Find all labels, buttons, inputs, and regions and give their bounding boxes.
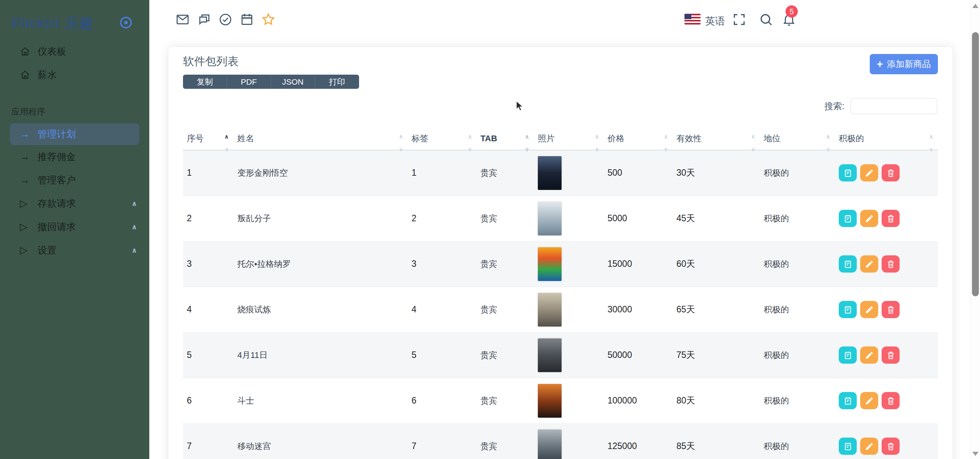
sort-desc-icon[interactable]: ∨ [929,146,933,153]
calendar-row-button[interactable] [839,210,857,227]
sort-asc-icon[interactable]: ∧ [399,133,403,140]
sidebar-item-5[interactable]: →管理客户 [0,168,149,192]
arrow-icon: → [20,128,38,140]
sort-desc-icon[interactable]: ∨ [225,146,229,153]
delete-icon [886,168,895,178]
edit-row-button[interactable] [860,346,878,364]
page-scrollbar[interactable] [970,0,980,459]
delete-row-button[interactable] [882,164,900,181]
movie-poster-image [538,430,562,459]
edit-row-button[interactable] [860,164,878,181]
edit-icon [865,214,874,223]
column-header-4[interactable]: TAB∧∨ [477,130,534,150]
sidebar-item-2[interactable]: 薪水 [0,63,149,87]
table-search-input[interactable] [851,98,937,114]
actions-cell [835,423,938,459]
edit-row-button[interactable] [860,392,878,409]
topbar: 英语 [149,0,980,38]
calendar-row-button[interactable] [839,392,857,409]
target-icon[interactable] [119,15,133,30]
sidebar-item-7[interactable]: ▷撤回请求∧ [0,215,149,238]
us-flag-icon[interactable] [684,14,701,25]
sort-asc-icon[interactable]: ∧ [468,133,472,140]
sort-desc-icon[interactable]: ∨ [468,146,472,153]
calendar-icon [843,260,853,269]
sidebar-item-6[interactable]: ▷存款请求∧ [0,192,149,215]
table-row-1: 1变形金刚悟空1贵宾50030天积极的 [183,150,938,196]
fullscreen-icon[interactable] [732,12,746,27]
package-name: 烧痕试炼 [234,287,408,332]
delete-row-button[interactable] [882,438,900,455]
edit-icon [865,168,874,178]
sort-asc-icon[interactable]: ∧ [664,133,668,140]
edit-row-button[interactable] [860,210,878,227]
column-header-1[interactable]: 序号∧∨ [183,130,234,150]
row-number: 7 [183,423,234,459]
delete-row-button[interactable] [882,255,900,273]
sidebar-item-1[interactable]: 仪表板 [0,40,149,63]
sidebar-item-8[interactable]: ▷设置∧ [0,238,149,262]
export-button-打印[interactable]: 打印 [315,75,359,89]
play-icon: ▷ [20,221,38,233]
sort-asc-icon[interactable]: ∧ [826,133,830,140]
actions-cell [835,378,938,423]
column-header-8[interactable]: 地位∧∨ [760,130,835,150]
chat-icon[interactable] [197,12,211,27]
star-icon[interactable] [261,12,276,27]
movie-poster-image [538,338,562,372]
row-number: 2 [183,196,234,241]
scrollbar-down-arrow[interactable] [972,452,978,456]
sort-asc-icon[interactable]: ∧ [525,133,529,140]
delete-row-button[interactable] [882,346,900,364]
calendar-row-button[interactable] [839,164,857,181]
mail-icon[interactable] [175,12,190,27]
package-name: 4月11日 [234,332,408,378]
edit-row-button[interactable] [860,301,878,318]
sort-asc-icon[interactable]: ∧ [595,133,599,140]
delete-row-button[interactable] [882,301,900,318]
column-header-3[interactable]: 标签∧∨ [408,130,477,150]
sort-asc-icon[interactable]: ∧ [224,133,229,140]
sort-asc-icon[interactable]: ∧ [751,133,755,140]
actions-cell [835,150,938,196]
language-selector[interactable]: 英语 [705,15,725,28]
column-header-2[interactable]: 姓名∧∨ [234,130,408,150]
sort-asc-icon[interactable]: ∧ [929,133,933,140]
delete-row-button[interactable] [882,392,900,409]
sidebar-item-4[interactable]: →推荐佣金 [0,145,149,168]
sort-desc-icon[interactable]: ∨ [664,146,668,153]
calendar-row-button[interactable] [839,346,857,364]
column-header-9[interactable]: 积极的∧∨ [835,130,938,150]
check-circle-icon[interactable] [218,12,233,27]
edit-row-button[interactable] [860,438,878,455]
column-header-5[interactable]: 照片∧∨ [534,130,604,150]
sort-desc-icon[interactable]: ∨ [399,146,403,153]
validity-value: 65天 [673,287,760,332]
tag-value: 5 [408,332,477,378]
column-header-7[interactable]: 有效性∧∨ [673,130,760,150]
scrollbar-thumb[interactable] [972,32,979,296]
add-new-item-button[interactable]: + 添加新商品 [870,54,938,74]
calendar-row-button[interactable] [839,255,857,273]
delete-row-button[interactable] [882,210,900,227]
export-button-json[interactable]: JSON [271,75,315,89]
export-button-pdf[interactable]: PDF [227,75,271,89]
actions-cell [835,196,938,241]
export-button-复制[interactable]: 复制 [183,75,227,89]
scrollbar-up-arrow[interactable] [972,4,978,8]
sidebar-item-3[interactable]: →管理计划 [10,123,139,145]
sort-desc-icon[interactable]: ∨ [751,146,755,153]
calendar-row-button[interactable] [839,438,857,455]
calendar-icon[interactable] [240,12,254,27]
search-icon[interactable] [759,12,773,27]
sort-desc-icon[interactable]: ∨ [826,146,830,153]
movie-poster-image [538,247,562,281]
column-header-6[interactable]: 价格∧∨ [604,130,673,150]
calendar-row-button[interactable] [839,301,857,318]
sort-desc-icon[interactable]: ∨ [595,146,599,153]
tab-value: 贵宾 [477,332,534,378]
edit-row-button[interactable] [860,255,878,273]
sort-desc-icon[interactable]: ∨ [525,146,529,153]
validity-value: 85天 [673,423,760,459]
price-value: 15000 [604,241,673,287]
